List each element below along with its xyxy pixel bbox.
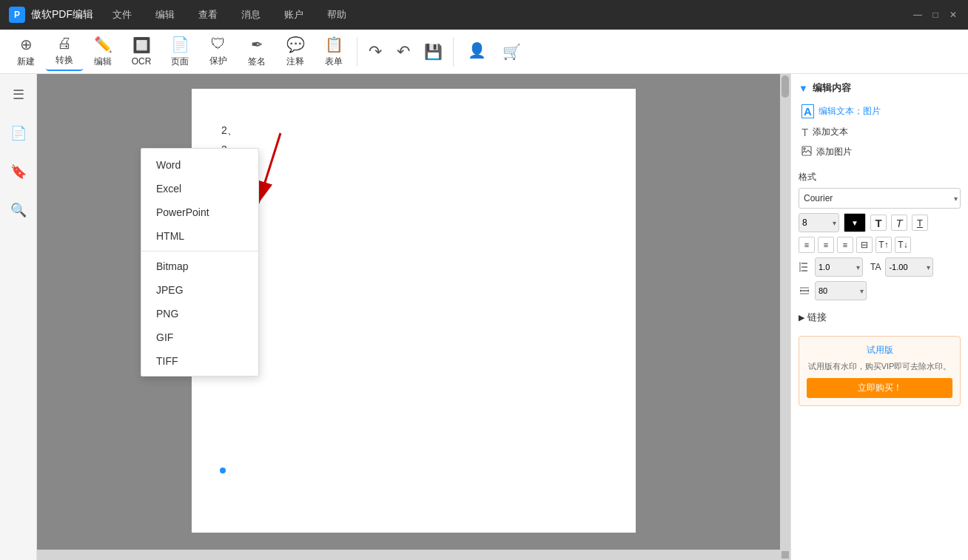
menu-edit[interactable]: 编辑 — [151, 5, 179, 24]
toolbar-edit[interactable]: ✏️ 编辑 — [84, 33, 121, 71]
dropdown-item-excel[interactable]: Excel — [141, 177, 258, 200]
svg-marker-9 — [799, 271, 801, 272]
dropdown-item-html[interactable]: HTML — [141, 224, 258, 248]
edit-text-icon: A — [801, 104, 814, 118]
panel-item-add-text[interactable]: T 添加文本 — [799, 122, 961, 142]
menu-message[interactable]: 消息 — [237, 5, 265, 24]
add-image-label: 添加图片 — [816, 146, 852, 158]
minimize-button[interactable]: — — [912, 9, 924, 21]
indent-spacing-select[interactable]: 80 100 — [815, 281, 867, 300]
font-name-wrapper: Courier — [799, 188, 961, 209]
char-spacing-wrapper: -1.00 0 1.0 — [885, 257, 933, 277]
dropdown-item-powerpoint[interactable]: PowerPoint — [141, 200, 258, 224]
svg-marker-11 — [800, 289, 801, 292]
menu-account[interactable]: 账户 — [280, 5, 308, 24]
new-icon: ⊕ — [20, 36, 33, 53]
selection-dot — [220, 468, 226, 473]
title-bar: P 傲软PDF编辑 文件 编辑 查看 消息 账户 帮助 — □ ✕ — [0, 0, 968, 30]
scrollbar-horizontal[interactable] — [37, 550, 780, 560]
close-button[interactable]: ✕ — [947, 9, 959, 21]
color-swatch[interactable]: ▼ — [844, 213, 866, 232]
indent-icon — [799, 285, 810, 297]
toolbar-ocr[interactable]: 🔲 OCR — [123, 33, 160, 71]
pdf-line-5: 使 — [221, 249, 606, 262]
pdf-line-2: 3、 — [221, 144, 606, 157]
window-controls: — □ ✕ — [912, 9, 959, 21]
expand-icon: ▼ — [799, 83, 808, 94]
menu-bar: 文件 编辑 查看 消息 账户 帮助 — [108, 5, 912, 24]
convert-dropdown: Word Excel PowerPoint HTML Bitmap JPEG P… — [141, 148, 259, 377]
sign-label: 签名 — [248, 55, 266, 68]
line-spacing-select[interactable]: 1.0 1.5 2.0 — [815, 257, 863, 277]
panel-item-edit-text[interactable]: A 编辑文本；图片 — [799, 101, 961, 122]
edit-section-header[interactable]: ▼ 编辑内容 — [799, 81, 961, 95]
sidebar-icon-thumbnails[interactable]: 📄 — [5, 120, 32, 146]
form-icon: 📋 — [325, 36, 343, 53]
line-spacing-icon — [799, 261, 810, 273]
link-label: 链接 — [807, 311, 827, 324]
dropdown-item-png[interactable]: PNG — [141, 302, 258, 325]
comment-label: 注释 — [286, 55, 304, 68]
align-left-btn[interactable]: ≡ — [799, 237, 815, 253]
forward-icon: ↷ — [369, 42, 382, 61]
char-spacing-select[interactable]: -1.00 0 1.0 — [885, 257, 933, 277]
ocr-label: OCR — [132, 56, 152, 67]
page-label: 页面 — [171, 55, 189, 68]
menu-help[interactable]: 帮助 — [323, 5, 351, 24]
dropdown-item-jpeg[interactable]: JPEG — [141, 278, 258, 302]
toolbar-login[interactable]: 👤 — [458, 33, 495, 71]
sidebar-icon-bookmarks[interactable]: 🔖 — [5, 158, 32, 185]
toolbar-protect[interactable]: 🛡 保护 — [200, 33, 237, 71]
left-sidebar: ☰ 📄 🔖 🔍 — [0, 74, 37, 560]
pdf-line-3: 4、 — [221, 163, 606, 176]
toolbar-sign[interactable]: ✒ 签名 — [238, 33, 275, 71]
toolbar-divider-1 — [357, 37, 357, 67]
font-name-select[interactable]: Courier — [799, 188, 961, 209]
page-icon: 📄 — [171, 36, 189, 53]
toolbar-cart[interactable]: 🛒 — [497, 33, 527, 71]
link-header[interactable]: ▶ 链接 — [799, 311, 961, 324]
scrollbar-vertical[interactable] — [780, 74, 790, 560]
maximize-button[interactable]: □ — [930, 9, 941, 21]
text-italic-btn[interactable]: T — [891, 215, 907, 231]
text-size-up-btn[interactable]: T↑ — [875, 237, 892, 253]
toolbar-comment[interactable]: 💬 注释 — [277, 33, 314, 71]
content-area: 2、 3、 4、 软 使 Word Excel PowerPoint HTML … — [37, 74, 790, 560]
toolbar-form[interactable]: 📋 表单 — [315, 33, 352, 71]
toolbar-page[interactable]: 📄 页面 — [161, 33, 198, 71]
toolbar: ⊕ 新建 🖨 转换 ✏️ 编辑 🔲 OCR 📄 页面 🛡 保护 ✒ 签名 💬 注… — [0, 30, 968, 74]
align-center-btn[interactable]: ≡ — [818, 237, 834, 253]
format-align-row: ≡ ≡ ≡ ⊟ T↑ T↓ — [799, 237, 961, 253]
dropdown-item-word[interactable]: Word — [141, 152, 258, 177]
toolbar-convert[interactable]: 🖨 转换 — [46, 33, 83, 71]
toolbar-forward[interactable]: ↷ — [362, 33, 389, 71]
app-name: 傲软PDF编辑 — [31, 8, 93, 21]
dropdown-item-gif[interactable]: GIF — [141, 325, 258, 349]
text-bold-btn[interactable]: T — [870, 215, 887, 231]
font-size-wrapper: 8 9 10 12 — [799, 213, 839, 232]
toolbar-save[interactable]: 💾 — [418, 33, 448, 71]
color-icon: ▼ — [851, 219, 858, 227]
menu-file[interactable]: 文件 — [108, 5, 136, 24]
app-logo: P — [9, 7, 25, 23]
panel-item-add-image[interactable]: 添加图片 — [799, 142, 961, 162]
sign-icon: ✒ — [251, 36, 263, 53]
toolbar-new[interactable]: ⊕ 新建 — [7, 33, 44, 71]
align-justify-btn[interactable]: ⊟ — [856, 237, 873, 253]
dropdown-item-bitmap[interactable]: Bitmap — [141, 254, 258, 278]
cart-icon: 🛒 — [503, 43, 521, 61]
sidebar-icon-pages[interactable]: ☰ — [5, 81, 32, 108]
text-underline-btn[interactable]: T — [912, 215, 928, 231]
text-size-down-btn[interactable]: T↓ — [895, 237, 911, 253]
char-spacing-icon: TA — [870, 262, 881, 272]
trial-buy-button[interactable]: 立即购买！ — [807, 378, 952, 398]
align-right-btn[interactable]: ≡ — [837, 237, 853, 253]
main-layout: ☰ 📄 🔖 🔍 2、 3、 4、 软 使 Word Excel PowerPoi… — [0, 74, 968, 560]
dropdown-item-tiff[interactable]: TIFF — [141, 349, 258, 373]
add-text-label: 添加文本 — [813, 126, 848, 138]
add-text-icon: T — [801, 126, 808, 138]
font-size-select[interactable]: 8 9 10 12 — [799, 213, 839, 232]
sidebar-icon-search[interactable]: 🔍 — [5, 197, 32, 223]
menu-view[interactable]: 查看 — [194, 5, 222, 24]
toolbar-back[interactable]: ↶ — [390, 33, 417, 71]
